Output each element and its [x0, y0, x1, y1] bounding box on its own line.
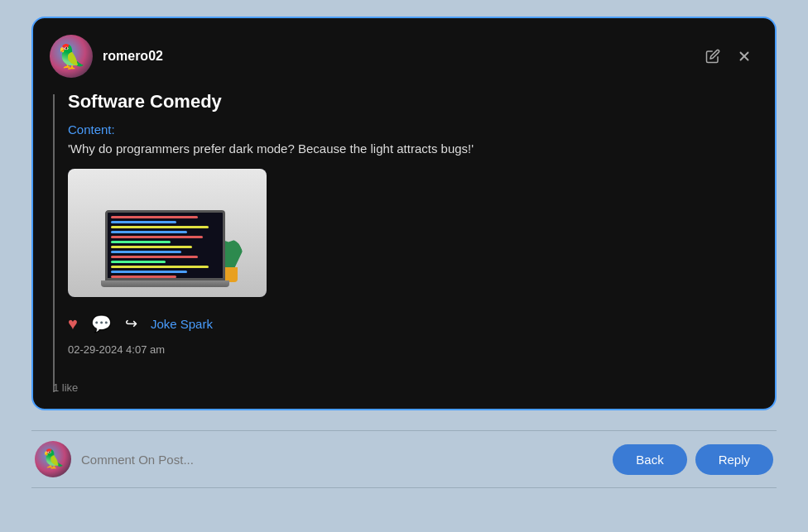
avatar — [50, 35, 93, 78]
comment-divider-top — [31, 430, 777, 431]
post-timestamp: 02-29-2024 4:07 am — [68, 343, 755, 356]
comment-avatar: 🦜 — [35, 441, 71, 477]
post-body: Software Comedy Content: 'Why do program… — [50, 91, 755, 392]
comment-divider-bottom — [31, 487, 777, 488]
post-reactions: ♥ 💬 ↪ Joke Spark — [68, 314, 755, 333]
comment-buttons: Back Reply — [613, 444, 773, 475]
timeline-bar — [53, 94, 55, 392]
comment-input-row: 🦜 Back Reply — [31, 441, 777, 477]
share-tag[interactable]: Joke Spark — [151, 317, 213, 331]
like-count: 1 like — [53, 381, 78, 394]
back-button[interactable]: Back — [613, 444, 686, 475]
heart-icon[interactable]: ♥ — [68, 314, 78, 333]
comment-input[interactable] — [81, 446, 603, 473]
laptop-screen — [105, 210, 225, 280]
post-header-left: romero02 — [50, 35, 163, 78]
laptop-scene — [68, 169, 267, 297]
edit-icon — [705, 49, 720, 64]
post-header: romero02 — [50, 35, 755, 78]
timeline-bar-wrapper — [50, 91, 55, 392]
edit-button[interactable] — [702, 46, 724, 67]
post-text: 'Why do programmers prefer dark mode? Be… — [68, 141, 755, 156]
post-card: romero02 Software Comedy Conten — [31, 17, 777, 410]
post-title: Software Comedy — [68, 91, 755, 113]
content-label: Content: — [68, 122, 755, 137]
close-icon — [737, 49, 752, 64]
post-actions-top — [702, 46, 755, 67]
post-image — [68, 169, 267, 297]
laptop-base — [101, 280, 229, 287]
comment-icon[interactable]: 💬 — [91, 314, 112, 333]
close-button[interactable] — [733, 46, 755, 67]
laptop — [105, 210, 229, 289]
reply-button[interactable]: Reply — [695, 444, 773, 475]
post-content: Software Comedy Content: 'Why do program… — [68, 91, 755, 392]
comment-section: 🦜 Back Reply — [31, 424, 777, 495]
username: romero02 — [103, 49, 163, 64]
share-icon[interactable]: ↪ — [125, 314, 137, 333]
